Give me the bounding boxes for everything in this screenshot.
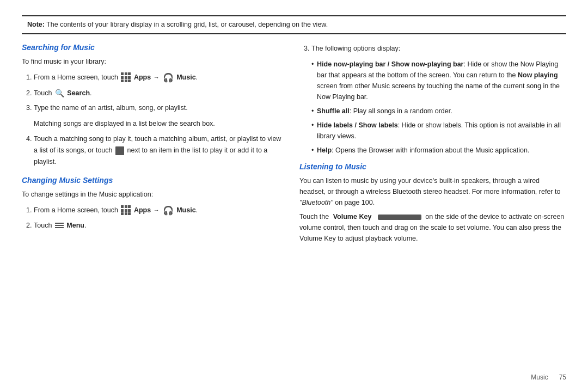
- step3-options: The following options display:: [311, 43, 566, 54]
- content-columns: Searching for Music To find music in you…: [22, 43, 566, 368]
- searching-steps: From a Home screen, touch Apps → 🎧 Music…: [34, 70, 283, 114]
- searching-step4: Touch a matching song to play it, touch …: [34, 133, 283, 168]
- step2-search-label: Search: [67, 89, 90, 97]
- change-step1-music-label: Music: [176, 206, 195, 214]
- shuffle-all-label: Shuffle all: [317, 107, 350, 115]
- right-step3: The following options display:: [311, 43, 566, 54]
- section-searching: Searching for Music To find music in you…: [22, 43, 283, 168]
- options-list: Hide now-playing bar / Show now-playing …: [311, 59, 566, 156]
- headphone-icon: 🎧: [163, 70, 174, 85]
- top-note: Note: The contents of your library displ…: [22, 15, 566, 34]
- changing-intro: To change settings in the Music applicat…: [22, 189, 283, 200]
- option-hide-now-playing-label: Hide now-playing bar / Show now-playing …: [317, 60, 463, 68]
- section-changing: Changing Music Settings To change settin…: [22, 176, 283, 231]
- page: Note: The contents of your library displ…: [0, 0, 588, 392]
- help-label: Help: [317, 146, 332, 154]
- option-shuffle-all: Shuffle all: Play all songs in a random …: [311, 106, 566, 117]
- footer-page-number: 75: [559, 373, 566, 381]
- change-step-2: Touch Menu.: [34, 220, 283, 231]
- step1-apps-label: Apps: [134, 74, 151, 81]
- change-step-1: From a Home screen, touch Apps → 🎧 Music…: [34, 203, 283, 218]
- headphone-icon-2: 🎧: [163, 203, 174, 218]
- now-playing-bold: Now playing: [518, 71, 558, 79]
- step2-text-before: Touch: [34, 89, 54, 97]
- listening-para2: Touch the Volume Key on the side of the …: [299, 211, 566, 244]
- touch-the-label: Touch the: [299, 213, 329, 220]
- change-step1-text-before: From a Home screen, touch: [34, 206, 120, 214]
- note-label: Note:: [27, 21, 45, 28]
- hide-labels-label: Hide labels / Show labels: [317, 121, 398, 129]
- step-4: Touch a matching song to play it, touch …: [34, 133, 283, 168]
- section-listening: Listening to Music You can listen to mus…: [299, 162, 566, 244]
- step-2: Touch 🔍 Search.: [34, 87, 283, 100]
- section-heading-listening: Listening to Music: [299, 162, 566, 171]
- searching-intro: To find music in your library:: [22, 56, 283, 67]
- step3-text: Type the name of an artist, album, song,…: [34, 104, 188, 112]
- matching-songs-text: Matching songs are displayed in a list b…: [34, 118, 283, 129]
- option-hide-labels: Hide labels / Show labels: Hide or show …: [311, 120, 566, 142]
- section-heading-searching: Searching for Music: [22, 43, 283, 52]
- left-column: Searching for Music To find music in you…: [22, 43, 283, 368]
- apps-grid-icon: [121, 72, 131, 82]
- change-step2-text-before: Touch: [34, 222, 54, 229]
- apps-grid-icon-2: [121, 205, 131, 215]
- footer-section-label: Music: [531, 373, 548, 381]
- arrow-icon: →: [154, 74, 161, 81]
- changing-steps: From a Home screen, touch Apps → 🎧 Music…: [34, 203, 283, 231]
- listening-para1-text: You can listen to music by using your de…: [299, 177, 560, 195]
- arrow-icon-2: →: [154, 207, 161, 213]
- playlist-add-icon: [115, 146, 124, 155]
- volume-key-label: Volume Key: [333, 213, 372, 220]
- search-icon: 🔍: [55, 87, 64, 100]
- listening-para1: You can listen to music by using your de…: [299, 175, 566, 208]
- step-1: From a Home screen, touch Apps → 🎧 Music…: [34, 70, 283, 85]
- change-step2-menu-label: Menu: [66, 222, 84, 229]
- option-help: Help: Opens the Browser with information…: [311, 145, 566, 156]
- right-column: The following options display: Hide now-…: [299, 43, 566, 368]
- step3-options-text: The following options display:: [311, 45, 400, 52]
- step1-music-label: Music: [176, 74, 195, 81]
- footer: Music 75: [22, 368, 566, 381]
- note-text: The contents of your library display in …: [46, 21, 328, 28]
- section-heading-changing: Changing Music Settings: [22, 176, 283, 185]
- menu-icon: [55, 222, 64, 229]
- step-3: Type the name of an artist, album, song,…: [34, 102, 283, 114]
- volume-bar-graphic: [378, 215, 421, 220]
- option-hide-now-playing: Hide now-playing bar / Show now-playing …: [311, 59, 566, 102]
- change-step1-apps-label: Apps: [134, 206, 151, 214]
- step1-text-before: From a Home screen, touch: [34, 74, 120, 81]
- bluetooth-italic: "Bluetooth": [299, 199, 333, 206]
- listening-para1-cont: on page 100.: [335, 199, 375, 206]
